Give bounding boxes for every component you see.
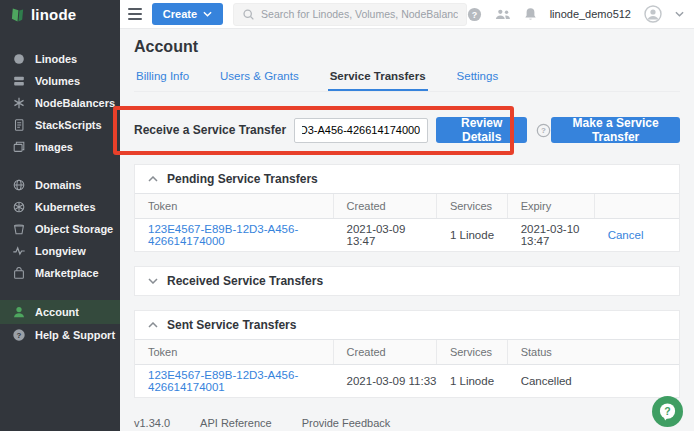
create-button[interactable]: Create [152, 3, 223, 25]
pending-services-cell: 1 Linode [437, 219, 508, 251]
svg-text:?: ? [541, 126, 546, 135]
footer: v1.34.0 API Reference Provide Feedback [134, 417, 680, 429]
column-header-token: Token [135, 340, 334, 364]
sidebar-item-object-storage[interactable]: Object Storage [0, 218, 120, 240]
kubernetes-icon [12, 200, 26, 214]
topbar: Create ? linode_demo512 [120, 0, 694, 29]
pending-expiry-cell: 2021-03-10 13:47 [508, 219, 595, 251]
sidebar-item-images[interactable]: Images [0, 136, 120, 158]
tab-users-grants[interactable]: Users & Grants [218, 70, 301, 91]
domains-icon [12, 178, 26, 192]
column-header-actions [595, 194, 679, 218]
linode-logo[interactable]: linode [0, 0, 120, 29]
column-header-created: Created [334, 194, 437, 218]
shopping-bag-icon [12, 266, 26, 280]
pending-transfers-panel: Pending Service Transfers Token Created … [134, 164, 680, 252]
cancel-transfer-link[interactable]: Cancel [608, 229, 644, 241]
sidebar-item-help-support[interactable]: ? Help & Support [0, 324, 120, 346]
sent-table-header: Token Created Services Status [135, 339, 679, 365]
panel-title: Received Service Transfers [167, 274, 323, 288]
pending-table-header: Token Created Services Expiry [135, 193, 679, 219]
notifications-bell-icon[interactable] [524, 7, 537, 21]
linode-icon [12, 52, 26, 66]
sent-token-link[interactable]: 123E4567-E89B-12D3-A456-426614174001 [148, 369, 334, 393]
receive-transfer-label: Receive a Service Transfer [134, 123, 286, 137]
username[interactable]: linode_demo512 [550, 8, 631, 20]
stackscripts-icon [12, 118, 26, 132]
pending-token-link[interactable]: 123E4567-E89B-12D3-A456-426614174000 [148, 223, 334, 247]
svg-text:?: ? [471, 9, 476, 19]
api-reference-link[interactable]: API Reference [200, 417, 272, 429]
community-icon[interactable] [495, 8, 511, 21]
transfer-token-input[interactable] [294, 118, 428, 143]
service-transfer-actions: Receive a Service Transfer Review Detail… [134, 117, 680, 143]
sent-services-cell: 1 Linode [437, 365, 508, 397]
nodebalancer-icon [12, 96, 26, 110]
sidebar-item-longview[interactable]: Longview [0, 240, 120, 262]
received-transfers-header[interactable]: Received Service Transfers [135, 267, 679, 295]
column-header-services: Services [437, 340, 508, 364]
app-version: v1.34.0 [134, 417, 170, 429]
column-header-services: Services [437, 194, 508, 218]
search-icon [242, 8, 255, 21]
provide-feedback-link[interactable]: Provide Feedback [302, 417, 391, 429]
sidebar-item-nodebalancers[interactable]: NodeBalancers [0, 92, 120, 114]
search-bar[interactable] [233, 3, 467, 26]
menu-icon[interactable] [128, 8, 142, 20]
volumes-icon [12, 74, 26, 88]
pending-transfers-header[interactable]: Pending Service Transfers [135, 165, 679, 193]
review-details-button[interactable]: Review Details [436, 117, 527, 143]
chevron-up-icon [148, 176, 158, 182]
chevron-down-icon [203, 11, 212, 17]
svg-text:?: ? [664, 405, 670, 417]
sent-transfers-panel: Sent Service Transfers Token Created Ser… [134, 310, 680, 398]
chevron-down-icon [148, 278, 158, 284]
sidebar-nav: Linodes Volumes NodeBalancers StackScrip… [0, 29, 120, 346]
tab-service-transfers[interactable]: Service Transfers [328, 70, 428, 91]
column-header-token: Token [135, 194, 334, 218]
sidebar-item-account[interactable]: Account [0, 300, 120, 324]
sidebar-item-domains[interactable]: Domains [0, 174, 120, 196]
make-service-transfer-button[interactable]: Make a Service Transfer [551, 117, 680, 143]
pending-created-cell: 2021-03-09 13:47 [334, 219, 437, 251]
help-circle-icon: ? [12, 328, 26, 342]
chevron-up-icon [148, 322, 158, 328]
received-transfers-panel: Received Service Transfers [134, 266, 680, 296]
sent-created-cell: 2021-03-09 11:33 [334, 365, 437, 397]
receive-transfer-help-icon[interactable]: ? [536, 123, 551, 138]
page-title: Account [134, 38, 680, 56]
sidebar: linode Linodes Volumes NodeBalancers Sta… [0, 0, 120, 431]
sidebar-item-stackscripts[interactable]: StackScripts [0, 114, 120, 136]
sidebar-item-kubernetes[interactable]: Kubernetes [0, 196, 120, 218]
sidebar-item-volumes[interactable]: Volumes [0, 70, 120, 92]
help-bubble-button[interactable]: ? [652, 396, 683, 427]
column-header-expiry: Expiry [508, 194, 595, 218]
logo-text: linode [31, 6, 76, 23]
search-input[interactable] [261, 8, 458, 20]
sidebar-item-marketplace[interactable]: Marketplace [0, 262, 120, 284]
help-icon[interactable]: ? [467, 7, 482, 22]
account-icon [12, 305, 26, 319]
svg-text:?: ? [17, 331, 22, 340]
main-content: Account Billing Info Users & Grants Serv… [120, 30, 694, 431]
pending-table-row: 123E4567-E89B-12D3-A456-426614174000 202… [135, 219, 679, 251]
sidebar-item-linodes[interactable]: Linodes [0, 48, 120, 70]
linode-logo-icon [10, 7, 25, 23]
tab-billing-info[interactable]: Billing Info [134, 70, 191, 91]
panel-title: Pending Service Transfers [167, 172, 318, 186]
sent-status-cell: Cancelled [508, 365, 679, 397]
avatar[interactable] [644, 5, 662, 23]
panel-title: Sent Service Transfers [167, 318, 296, 332]
column-header-created: Created [334, 340, 437, 364]
bucket-icon [12, 222, 26, 236]
account-tabs: Billing Info Users & Grants Service Tran… [134, 70, 680, 92]
column-header-status: Status [508, 340, 679, 364]
tab-settings[interactable]: Settings [455, 70, 501, 91]
pulse-icon [12, 244, 26, 258]
images-icon [12, 140, 26, 154]
account-menu-chevron-icon[interactable] [675, 11, 684, 17]
sent-table-row: 123E4567-E89B-12D3-A456-426614174001 202… [135, 365, 679, 397]
sent-transfers-header[interactable]: Sent Service Transfers [135, 311, 679, 339]
